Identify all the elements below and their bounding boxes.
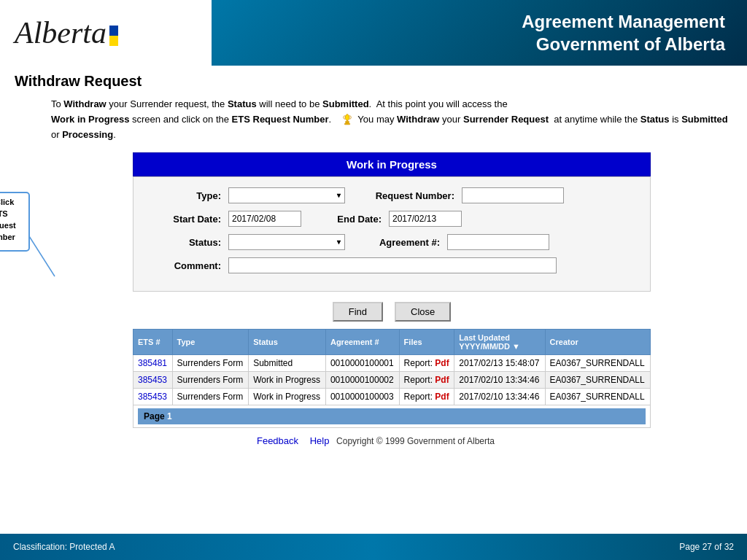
pdf-link[interactable]: Pdf <box>435 392 449 402</box>
bold-status2: Status <box>640 114 670 125</box>
header-title-line1: Agreement Management <box>522 10 725 33</box>
col-agreement: Agreement # <box>325 330 399 355</box>
end-date-label: End Date: <box>323 214 382 225</box>
ets-link[interactable]: 385453 <box>138 392 167 402</box>
bold-submitted: Submitted <box>322 98 369 109</box>
bold-submitted2: Submitted <box>681 114 728 125</box>
close-button[interactable]: Close <box>395 302 451 322</box>
bold-wip: Work in Progress <box>51 114 129 125</box>
ets-link[interactable]: 385453 <box>138 375 167 385</box>
cell-status: Work in Progress <box>249 389 326 405</box>
callout-svg: 1. Click ETS Request Number <box>0 189 62 306</box>
wip-container: Work in Progress Type: ▼ Request Number: <box>133 152 651 428</box>
col-ets: ETS # <box>133 330 173 355</box>
logo-area: Alberta <box>0 0 212 66</box>
bold-processing: Processing <box>62 129 113 140</box>
ets-link[interactable]: 385481 <box>138 358 167 368</box>
cell-type: Surrenders Form <box>172 389 249 405</box>
classification-text: Classification: Protected A <box>13 542 115 552</box>
start-date-label: Start Date: <box>148 214 221 225</box>
start-date-input[interactable] <box>228 211 301 227</box>
logo-text: Alberta <box>15 18 107 48</box>
svg-rect-2 <box>0 192 29 251</box>
bold-surrender: Surrender Request <box>463 114 549 125</box>
svg-line-7 <box>29 236 55 276</box>
cell-ets[interactable]: 385453 <box>133 389 173 405</box>
agreement-input[interactable] <box>447 234 549 250</box>
help-link[interactable]: Help <box>310 435 330 446</box>
cell-ets[interactable]: 385481 <box>133 355 173 372</box>
header-title-line2: Government of Alberta <box>536 33 725 55</box>
cell-creator: EA0367_SURRENDALL <box>545 372 650 389</box>
type-select-wrapper[interactable]: ▼ <box>228 187 345 203</box>
col-last-updated: Last UpdatedYYYY/MM/DD ▼ <box>454 330 545 355</box>
agreement-group: Agreement #: <box>367 234 549 250</box>
table-body: 385481 Surrenders Form Submitted 0010000… <box>133 355 651 405</box>
page-footer-cell: Page 1 <box>133 405 651 428</box>
alberta-flag <box>109 26 118 46</box>
request-number-input[interactable] <box>462 187 564 203</box>
request-number-group: Request Number: <box>367 187 564 203</box>
page-header: Alberta Agreement Management Government … <box>0 0 747 66</box>
cell-files: Report: Pdf <box>399 372 454 389</box>
comment-input[interactable] <box>228 257 557 273</box>
cell-last-updated: 2017/02/10 13:34:46 <box>454 372 545 389</box>
cell-status: Work in Progress <box>249 372 326 389</box>
pagination-row: Page 1 <box>138 408 646 424</box>
status-label: Status: <box>148 237 221 248</box>
pdf-link[interactable]: Pdf <box>435 375 449 385</box>
table-row: 385453 Surrenders Form Work in Progress … <box>133 389 651 405</box>
comment-label: Comment: <box>148 260 221 271</box>
find-button[interactable]: Find <box>333 302 383 322</box>
footer-links: Feedback Help Copyright © 1999 Governmen… <box>15 435 732 446</box>
page-number-text: Page 27 of 32 <box>679 542 734 552</box>
page-number: 1 <box>167 411 172 421</box>
cell-type: Surrenders Form <box>172 372 249 389</box>
bold-withdraw2: Withdraw <box>397 114 439 125</box>
form-row-3: Status: ▼ Agreement #: <box>148 234 635 250</box>
svg-text:1. Click: 1. Click <box>0 198 15 206</box>
form-row-2: Start Date: End Date: <box>148 211 635 227</box>
agreement-label: Agreement #: <box>367 237 440 248</box>
bold-status: Status <box>228 98 257 109</box>
bold-withdraw: Withdraw <box>63 98 106 109</box>
table-header-row: ETS # Type Status Agreement # Files Last… <box>133 330 651 355</box>
cell-files: Report: Pdf <box>399 389 454 405</box>
end-date-group: End Date: <box>323 211 462 227</box>
intro-paragraph: To Withdraw your Surrender request, the … <box>51 97 732 142</box>
request-number-label: Request Number: <box>367 190 454 201</box>
cell-type: Surrenders Form <box>172 355 249 372</box>
cell-creator: EA0367_SURRENDALL <box>545 389 650 405</box>
bold-ets: ETS Request Number <box>232 114 329 125</box>
cell-files: Report: Pdf <box>399 355 454 372</box>
copyright-text: Copyright © 1999 Government of Alberta <box>336 436 495 446</box>
page-content: Withdraw Request To Withdraw your Surren… <box>0 66 747 458</box>
svg-text:Number: Number <box>0 233 15 241</box>
wip-section: 1. Click ETS Request Number Work in Prog… <box>51 152 732 428</box>
pdf-link[interactable]: Pdf <box>435 358 449 368</box>
wip-header: Work in Progress <box>133 152 651 176</box>
end-date-input[interactable] <box>389 211 462 227</box>
form-row-4: Comment: <box>148 257 635 273</box>
bottom-bar: Classification: Protected A Page 27 of 3… <box>0 534 747 560</box>
type-label: Type: <box>148 190 221 201</box>
wip-form: Type: ▼ Request Number: Start Date: <box>133 176 651 292</box>
feedback-link[interactable]: Feedback <box>257 435 298 446</box>
header-title-area: Agreement Management Government of Alber… <box>212 0 747 66</box>
svg-text:ETS: ETS <box>0 209 8 218</box>
button-row: Find Close <box>133 302 651 322</box>
cell-creator: EA0367_SURRENDALL <box>545 355 650 372</box>
table-row: 385481 Surrenders Form Submitted 0010000… <box>133 355 651 372</box>
trophy-icon <box>341 113 354 126</box>
status-select-wrapper[interactable]: ▼ <box>228 234 345 250</box>
cell-agreement: 0010000100002 <box>325 372 399 389</box>
svg-text:Request: Request <box>0 221 16 230</box>
page-title: Withdraw Request <box>15 73 732 90</box>
results-table: ETS # Type Status Agreement # Files Last… <box>133 329 651 428</box>
cell-ets[interactable]: 385453 <box>133 372 173 389</box>
cell-status: Submitted <box>249 355 326 372</box>
col-type: Type <box>172 330 249 355</box>
status-input[interactable] <box>228 234 345 250</box>
table-footer-row: Page 1 <box>133 405 651 428</box>
type-input[interactable] <box>228 187 345 203</box>
